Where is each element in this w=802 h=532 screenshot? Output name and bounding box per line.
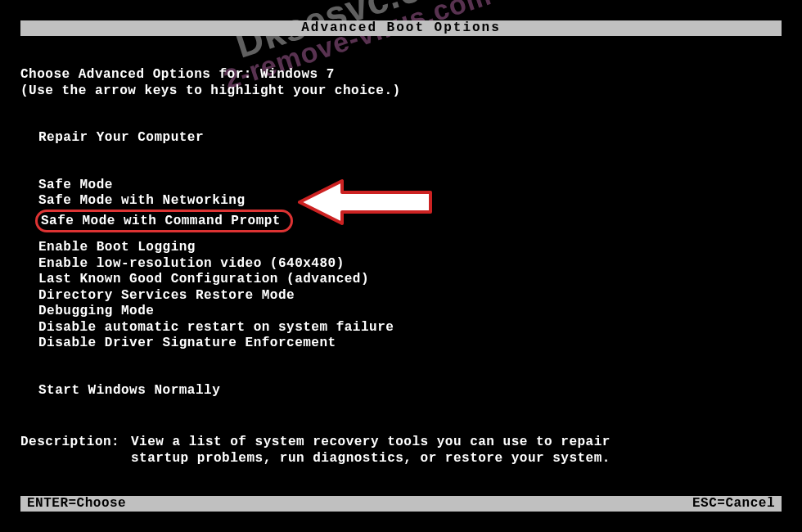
- choose-line: Choose Advanced Options for: Windows 7: [20, 67, 782, 83]
- option-directory-services-restore[interactable]: Directory Services Restore Mode: [20, 288, 782, 304]
- description-label: Description:: [20, 435, 131, 451]
- boot-screen: Advanced Boot Options Choose Advanced Op…: [20, 20, 782, 507]
- description-text-2: startup problems, run diagnostics, or re…: [131, 451, 611, 467]
- option-safe-mode-command-prompt[interactable]: Safe Mode with Command Prompt: [20, 210, 782, 226]
- highlight-box: Safe Mode with Command Prompt: [35, 210, 293, 232]
- option-enable-boot-logging[interactable]: Enable Boot Logging: [20, 240, 782, 256]
- option-disable-driver-sig[interactable]: Disable Driver Signature Enforcement: [20, 336, 782, 352]
- option-disable-auto-restart[interactable]: Disable automatic restart on system fail…: [20, 320, 782, 336]
- hint-line: (Use the arrow keys to highlight your ch…: [20, 83, 782, 100]
- description-row: Description: View a list of system recov…: [20, 435, 782, 451]
- option-debugging-mode[interactable]: Debugging Mode: [20, 304, 782, 320]
- description-text-1: View a list of system recovery tools you…: [131, 435, 611, 451]
- option-safe-mode[interactable]: Safe Mode: [20, 178, 782, 194]
- option-safe-mode-networking[interactable]: Safe Mode with Networking: [20, 193, 782, 210]
- option-repair-your-computer[interactable]: Repair Your Computer: [20, 130, 782, 147]
- option-start-windows-normally[interactable]: Start Windows Normally: [20, 383, 782, 399]
- option-last-known-good-config[interactable]: Last Known Good Configuration (advanced): [20, 272, 782, 288]
- footer-enter: ENTER=Choose: [27, 496, 126, 512]
- os-name: Windows 7: [260, 67, 335, 82]
- footer-esc: ESC=Cancel: [692, 496, 775, 512]
- footer-bar: ENTER=Choose ESC=Cancel: [20, 496, 782, 512]
- title-bar: Advanced Boot Options: [20, 20, 782, 36]
- option-low-resolution-video[interactable]: Enable low-resolution video (640x480): [20, 256, 782, 273]
